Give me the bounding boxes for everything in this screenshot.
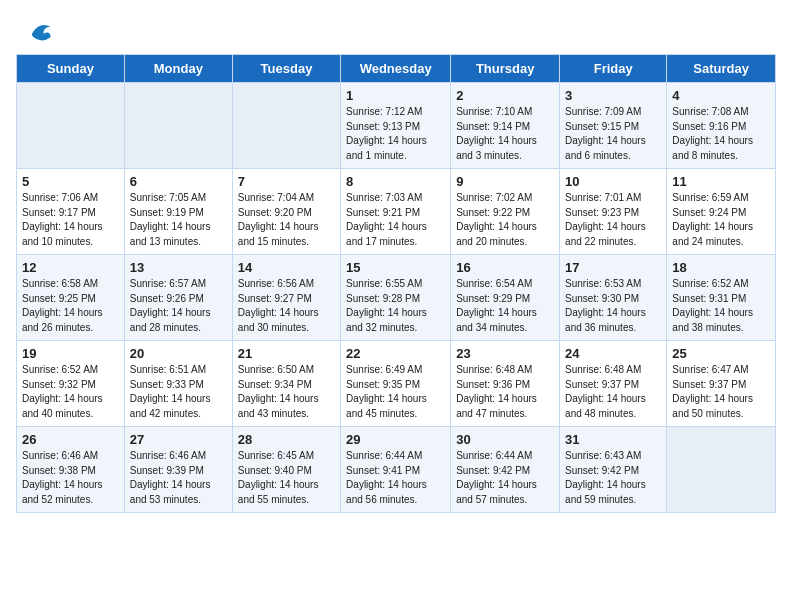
- day-number: 7: [238, 174, 335, 189]
- day-info: Sunrise: 7:08 AM Sunset: 9:16 PM Dayligh…: [672, 105, 770, 163]
- page-header: [0, 0, 792, 54]
- day-number: 30: [456, 432, 554, 447]
- column-header-wednesday: Wednesday: [341, 55, 451, 83]
- day-info: Sunrise: 7:04 AM Sunset: 9:20 PM Dayligh…: [238, 191, 335, 249]
- logo: [24, 18, 54, 46]
- calendar-cell: 26Sunrise: 6:46 AM Sunset: 9:38 PM Dayli…: [17, 427, 125, 513]
- calendar-cell: 23Sunrise: 6:48 AM Sunset: 9:36 PM Dayli…: [451, 341, 560, 427]
- calendar-cell: 11Sunrise: 6:59 AM Sunset: 9:24 PM Dayli…: [667, 169, 776, 255]
- day-info: Sunrise: 6:51 AM Sunset: 9:33 PM Dayligh…: [130, 363, 227, 421]
- day-number: 5: [22, 174, 119, 189]
- day-number: 19: [22, 346, 119, 361]
- day-info: Sunrise: 6:48 AM Sunset: 9:37 PM Dayligh…: [565, 363, 661, 421]
- calendar-cell: 30Sunrise: 6:44 AM Sunset: 9:42 PM Dayli…: [451, 427, 560, 513]
- day-info: Sunrise: 6:46 AM Sunset: 9:39 PM Dayligh…: [130, 449, 227, 507]
- day-info: Sunrise: 6:44 AM Sunset: 9:41 PM Dayligh…: [346, 449, 445, 507]
- day-info: Sunrise: 6:48 AM Sunset: 9:36 PM Dayligh…: [456, 363, 554, 421]
- day-info: Sunrise: 6:59 AM Sunset: 9:24 PM Dayligh…: [672, 191, 770, 249]
- column-header-saturday: Saturday: [667, 55, 776, 83]
- calendar-cell: 15Sunrise: 6:55 AM Sunset: 9:28 PM Dayli…: [341, 255, 451, 341]
- calendar-cell: 31Sunrise: 6:43 AM Sunset: 9:42 PM Dayli…: [560, 427, 667, 513]
- calendar-body: 1Sunrise: 7:12 AM Sunset: 9:13 PM Daylig…: [17, 83, 776, 513]
- day-number: 10: [565, 174, 661, 189]
- calendar-cell: 29Sunrise: 6:44 AM Sunset: 9:41 PM Dayli…: [341, 427, 451, 513]
- day-number: 8: [346, 174, 445, 189]
- day-info: Sunrise: 6:54 AM Sunset: 9:29 PM Dayligh…: [456, 277, 554, 335]
- day-number: 16: [456, 260, 554, 275]
- day-info: Sunrise: 6:47 AM Sunset: 9:37 PM Dayligh…: [672, 363, 770, 421]
- day-info: Sunrise: 6:43 AM Sunset: 9:42 PM Dayligh…: [565, 449, 661, 507]
- day-number: 6: [130, 174, 227, 189]
- column-header-tuesday: Tuesday: [232, 55, 340, 83]
- calendar-cell: 13Sunrise: 6:57 AM Sunset: 9:26 PM Dayli…: [124, 255, 232, 341]
- day-number: 21: [238, 346, 335, 361]
- day-number: 14: [238, 260, 335, 275]
- day-number: 27: [130, 432, 227, 447]
- week-row-4: 19Sunrise: 6:52 AM Sunset: 9:32 PM Dayli…: [17, 341, 776, 427]
- calendar-cell: 6Sunrise: 7:05 AM Sunset: 9:19 PM Daylig…: [124, 169, 232, 255]
- calendar-cell: 7Sunrise: 7:04 AM Sunset: 9:20 PM Daylig…: [232, 169, 340, 255]
- day-number: 22: [346, 346, 445, 361]
- day-number: 3: [565, 88, 661, 103]
- calendar-cell: 22Sunrise: 6:49 AM Sunset: 9:35 PM Dayli…: [341, 341, 451, 427]
- day-number: 1: [346, 88, 445, 103]
- calendar-cell: 1Sunrise: 7:12 AM Sunset: 9:13 PM Daylig…: [341, 83, 451, 169]
- calendar-cell: 8Sunrise: 7:03 AM Sunset: 9:21 PM Daylig…: [341, 169, 451, 255]
- day-number: 25: [672, 346, 770, 361]
- day-info: Sunrise: 6:58 AM Sunset: 9:25 PM Dayligh…: [22, 277, 119, 335]
- day-number: 9: [456, 174, 554, 189]
- week-row-5: 26Sunrise: 6:46 AM Sunset: 9:38 PM Dayli…: [17, 427, 776, 513]
- calendar-cell: [667, 427, 776, 513]
- day-info: Sunrise: 7:01 AM Sunset: 9:23 PM Dayligh…: [565, 191, 661, 249]
- day-info: Sunrise: 6:53 AM Sunset: 9:30 PM Dayligh…: [565, 277, 661, 335]
- day-number: 12: [22, 260, 119, 275]
- calendar-cell: 5Sunrise: 7:06 AM Sunset: 9:17 PM Daylig…: [17, 169, 125, 255]
- day-number: 28: [238, 432, 335, 447]
- calendar-cell: [232, 83, 340, 169]
- week-row-3: 12Sunrise: 6:58 AM Sunset: 9:25 PM Dayli…: [17, 255, 776, 341]
- day-info: Sunrise: 6:50 AM Sunset: 9:34 PM Dayligh…: [238, 363, 335, 421]
- calendar-cell: [124, 83, 232, 169]
- day-number: 17: [565, 260, 661, 275]
- calendar-cell: 19Sunrise: 6:52 AM Sunset: 9:32 PM Dayli…: [17, 341, 125, 427]
- calendar-cell: 28Sunrise: 6:45 AM Sunset: 9:40 PM Dayli…: [232, 427, 340, 513]
- calendar-cell: 10Sunrise: 7:01 AM Sunset: 9:23 PM Dayli…: [560, 169, 667, 255]
- calendar-cell: 27Sunrise: 6:46 AM Sunset: 9:39 PM Dayli…: [124, 427, 232, 513]
- day-info: Sunrise: 7:10 AM Sunset: 9:14 PM Dayligh…: [456, 105, 554, 163]
- day-number: 13: [130, 260, 227, 275]
- day-number: 15: [346, 260, 445, 275]
- day-number: 20: [130, 346, 227, 361]
- column-header-friday: Friday: [560, 55, 667, 83]
- week-row-1: 1Sunrise: 7:12 AM Sunset: 9:13 PM Daylig…: [17, 83, 776, 169]
- calendar-cell: 25Sunrise: 6:47 AM Sunset: 9:37 PM Dayli…: [667, 341, 776, 427]
- calendar-cell: 12Sunrise: 6:58 AM Sunset: 9:25 PM Dayli…: [17, 255, 125, 341]
- calendar: SundayMondayTuesdayWednesdayThursdayFrid…: [0, 54, 792, 529]
- day-info: Sunrise: 6:45 AM Sunset: 9:40 PM Dayligh…: [238, 449, 335, 507]
- calendar-cell: 4Sunrise: 7:08 AM Sunset: 9:16 PM Daylig…: [667, 83, 776, 169]
- day-info: Sunrise: 7:09 AM Sunset: 9:15 PM Dayligh…: [565, 105, 661, 163]
- day-info: Sunrise: 7:02 AM Sunset: 9:22 PM Dayligh…: [456, 191, 554, 249]
- calendar-cell: 9Sunrise: 7:02 AM Sunset: 9:22 PM Daylig…: [451, 169, 560, 255]
- day-number: 11: [672, 174, 770, 189]
- day-number: 26: [22, 432, 119, 447]
- day-number: 2: [456, 88, 554, 103]
- day-number: 18: [672, 260, 770, 275]
- day-info: Sunrise: 6:57 AM Sunset: 9:26 PM Dayligh…: [130, 277, 227, 335]
- calendar-cell: 18Sunrise: 6:52 AM Sunset: 9:31 PM Dayli…: [667, 255, 776, 341]
- day-info: Sunrise: 6:52 AM Sunset: 9:31 PM Dayligh…: [672, 277, 770, 335]
- day-info: Sunrise: 6:44 AM Sunset: 9:42 PM Dayligh…: [456, 449, 554, 507]
- calendar-cell: 24Sunrise: 6:48 AM Sunset: 9:37 PM Dayli…: [560, 341, 667, 427]
- calendar-cell: 17Sunrise: 6:53 AM Sunset: 9:30 PM Dayli…: [560, 255, 667, 341]
- day-number: 4: [672, 88, 770, 103]
- day-number: 23: [456, 346, 554, 361]
- day-info: Sunrise: 6:55 AM Sunset: 9:28 PM Dayligh…: [346, 277, 445, 335]
- day-info: Sunrise: 7:06 AM Sunset: 9:17 PM Dayligh…: [22, 191, 119, 249]
- day-info: Sunrise: 6:49 AM Sunset: 9:35 PM Dayligh…: [346, 363, 445, 421]
- calendar-header-row: SundayMondayTuesdayWednesdayThursdayFrid…: [17, 55, 776, 83]
- day-info: Sunrise: 6:46 AM Sunset: 9:38 PM Dayligh…: [22, 449, 119, 507]
- calendar-cell: 20Sunrise: 6:51 AM Sunset: 9:33 PM Dayli…: [124, 341, 232, 427]
- calendar-cell: 14Sunrise: 6:56 AM Sunset: 9:27 PM Dayli…: [232, 255, 340, 341]
- day-number: 24: [565, 346, 661, 361]
- day-info: Sunrise: 7:12 AM Sunset: 9:13 PM Dayligh…: [346, 105, 445, 163]
- week-row-2: 5Sunrise: 7:06 AM Sunset: 9:17 PM Daylig…: [17, 169, 776, 255]
